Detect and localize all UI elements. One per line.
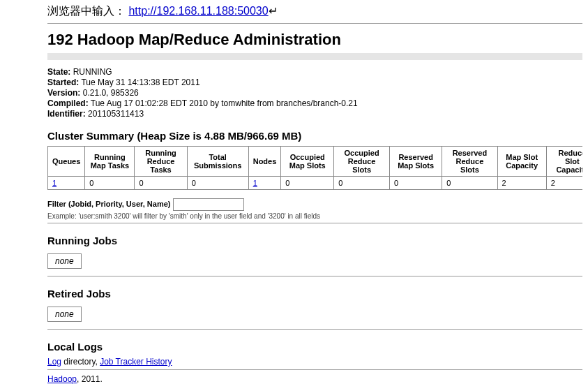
cell-resred: 0 bbox=[442, 177, 497, 190]
version-row: Version: 0.21.0, 985326 bbox=[47, 88, 582, 98]
filter-hint: Example: 'user:smith 3200' will filter b… bbox=[47, 212, 582, 220]
running-jobs-none: none bbox=[47, 253, 82, 269]
col-occ-reduce: Occupied Reduce Slots bbox=[334, 147, 390, 177]
divider-filter bbox=[47, 223, 582, 223]
retired-jobs-none: none bbox=[47, 307, 82, 322]
cluster-data-row: 1 0 0 0 1 0 0 0 0 2 2 bbox=[48, 177, 583, 190]
page-title: 192 Hadoop Map/Reduce Administration bbox=[47, 31, 582, 49]
col-queues: Queues bbox=[48, 147, 85, 177]
cell-tot: 0 bbox=[187, 177, 248, 190]
state-key: State: bbox=[47, 67, 70, 77]
local-logs-heading: Local Logs bbox=[47, 341, 582, 353]
started-row: Started: Tue May 31 14:13:38 EDT 2011 bbox=[47, 78, 582, 87]
cluster-summary-table: Queues Running Map Tasks Running Reduce … bbox=[47, 146, 582, 190]
cell-mapcap: 2 bbox=[497, 177, 546, 190]
intro-label: 浏览器中输入： bbox=[47, 5, 126, 17]
divider-retired bbox=[47, 329, 582, 330]
started-key: Started: bbox=[47, 78, 79, 87]
col-occ-map: Occupied Map Slots bbox=[281, 147, 334, 177]
intro-suffix: ↵ bbox=[269, 5, 278, 17]
filter-input[interactable] bbox=[173, 198, 244, 211]
jobtracker-history-link[interactable]: Job Tracker History bbox=[100, 357, 172, 367]
cell-rmap: 0 bbox=[85, 177, 135, 190]
divider-top bbox=[47, 23, 582, 24]
compiled-value: Tue Aug 17 01:02:28 EDT 2010 by tomwhite… bbox=[91, 98, 358, 108]
col-reduce-cap: Reduce Slot Capacity bbox=[546, 147, 582, 177]
filter-label: Filter (Jobid, Priority, User, Name) bbox=[47, 200, 170, 208]
divider-logs bbox=[47, 369, 582, 370]
filter-row: Filter (Jobid, Priority, User, Name) bbox=[47, 198, 582, 211]
started-value: Tue May 31 14:13:38 EDT 2011 bbox=[81, 78, 199, 87]
queues-link[interactable]: 1 bbox=[52, 179, 56, 187]
nodes-link[interactable]: 1 bbox=[253, 179, 257, 187]
col-res-reduce: Reserved Reduce Slots bbox=[442, 147, 497, 177]
retired-jobs-heading: Retired Jobs bbox=[47, 288, 582, 300]
cell-ored: 0 bbox=[334, 177, 390, 190]
version-key: Version: bbox=[47, 88, 80, 98]
col-res-map: Reserved Map Slots bbox=[390, 147, 442, 177]
cell-omap: 0 bbox=[281, 177, 334, 190]
compiled-row: Compiled: Tue Aug 17 01:02:28 EDT 2010 b… bbox=[47, 98, 582, 108]
col-running-reduce: Running Reduce Tasks bbox=[135, 147, 187, 177]
hadoop-link[interactable]: Hadoop bbox=[47, 374, 77, 384]
cell-redcap: 2 bbox=[546, 177, 582, 190]
cell-resmap: 0 bbox=[390, 177, 442, 190]
intro-url-link[interactable]: http://192.168.11.188:50030 bbox=[128, 5, 268, 17]
version-value: 0.21.0, 985326 bbox=[83, 88, 139, 98]
footer: Hadoop, 2011. bbox=[47, 374, 582, 384]
footer-text: , 2011. bbox=[77, 374, 103, 384]
state-value: RUNNING bbox=[73, 67, 112, 77]
local-logs-line: Log directory, Job Tracker History bbox=[47, 357, 582, 367]
identifier-value: 201105311413 bbox=[88, 109, 144, 119]
running-jobs-heading: Running Jobs bbox=[47, 235, 582, 246]
compiled-key: Compiled: bbox=[47, 98, 89, 108]
cell-rred: 0 bbox=[135, 177, 187, 190]
col-running-map: Running Map Tasks bbox=[85, 147, 135, 177]
cluster-summary-heading: Cluster Summary (Heap Size is 4.88 MB/96… bbox=[47, 130, 582, 142]
col-nodes: Nodes bbox=[248, 147, 281, 177]
col-map-cap: Map Slot Capacity bbox=[497, 147, 546, 177]
col-total-submissions: Total Submissions bbox=[187, 147, 248, 177]
quicklinks-bar bbox=[47, 53, 582, 60]
identifier-key: Identifier: bbox=[47, 109, 86, 119]
cluster-header-row: Queues Running Map Tasks Running Reduce … bbox=[48, 147, 583, 177]
identifier-row: Identifier: 201105311413 bbox=[47, 109, 582, 119]
log-mid: directory, bbox=[61, 357, 100, 367]
state-row: State: RUNNING bbox=[47, 67, 582, 77]
log-link[interactable]: Log bbox=[47, 357, 61, 367]
divider-running bbox=[47, 276, 582, 276]
